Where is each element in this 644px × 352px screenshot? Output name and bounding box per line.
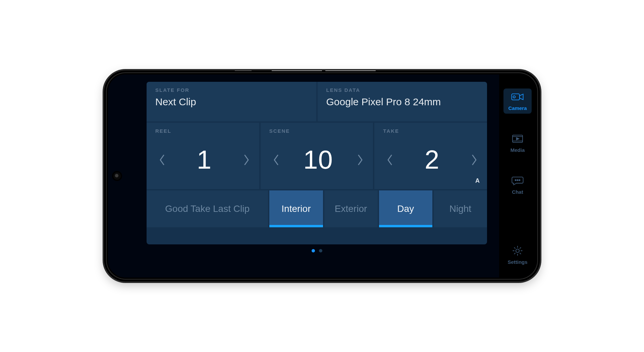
lens-data-cell[interactable]: LENS DATA Google Pixel Pro 8 24mm (318, 82, 487, 121)
svg-point-6 (516, 249, 519, 252)
reel-decrement[interactable] (155, 153, 169, 167)
chevron-left-icon (158, 153, 166, 167)
sidebar-label-settings: Settings (507, 259, 527, 265)
chevron-right-icon (470, 153, 478, 167)
night-button[interactable]: Night (434, 190, 487, 227)
take-value: 2 (425, 144, 439, 175)
exterior-button[interactable]: Exterior (324, 190, 378, 227)
take-cell: TAKE 2 A (374, 123, 487, 189)
good-take-button[interactable]: Good Take Last Clip (147, 190, 268, 227)
scene-decrement[interactable] (269, 153, 283, 167)
take-increment[interactable] (468, 153, 481, 167)
svg-point-4 (517, 180, 518, 181)
interior-button[interactable]: Interior (269, 190, 323, 227)
take-decrement[interactable] (383, 153, 396, 167)
phone-volume-down (325, 70, 376, 71)
slate-for-label: SLATE FOR (155, 87, 308, 93)
reel-label: REEL (155, 128, 253, 134)
reel-increment[interactable] (240, 153, 253, 167)
sidebar-item-media[interactable]: Media (503, 130, 532, 156)
media-icon (511, 133, 524, 144)
page-dot-1[interactable] (312, 249, 315, 252)
screen: SLATE FOR Next Clip LENS DATA Google Pix… (108, 74, 536, 278)
scene-value: 10 (303, 144, 333, 175)
sidebar-item-camera[interactable]: Camera (503, 89, 532, 114)
chat-icon (511, 175, 524, 186)
page-indicator (147, 244, 487, 252)
svg-point-3 (515, 180, 516, 181)
scene-cell: SCENE 10 (261, 123, 373, 189)
sidebar-label-chat: Chat (512, 189, 523, 195)
sidebar-label-media: Media (511, 147, 525, 153)
slate-for-cell[interactable]: SLATE FOR Next Clip (147, 82, 316, 121)
day-button[interactable]: Day (379, 190, 432, 227)
svg-point-1 (513, 96, 516, 98)
slate-for-value: Next Clip (155, 96, 308, 108)
svg-point-5 (519, 180, 520, 181)
sidebar: Camera Media (499, 74, 536, 278)
lens-data-label: LENS DATA (326, 87, 479, 93)
take-label: TAKE (383, 128, 481, 134)
sidebar-item-chat[interactable]: Chat (503, 172, 532, 197)
reel-value: 1 (197, 144, 212, 175)
sidebar-label-camera: Camera (508, 105, 527, 111)
page-dot-2[interactable] (319, 249, 322, 252)
reel-cell: REEL 1 (147, 123, 259, 189)
chevron-right-icon (243, 153, 251, 167)
chevron-left-icon (386, 153, 394, 167)
scene-label: SCENE (269, 128, 367, 134)
phone-volume-up (272, 70, 322, 71)
scene-increment[interactable] (354, 153, 367, 167)
chevron-left-icon (272, 153, 280, 167)
sidebar-item-settings[interactable]: Settings (503, 242, 532, 268)
phone-frame: SLATE FOR Next Clip LENS DATA Google Pix… (104, 70, 540, 282)
take-sub: A (475, 177, 480, 184)
gear-icon (511, 245, 524, 256)
chevron-right-icon (356, 153, 364, 167)
phone-power-button (235, 70, 252, 71)
slate-panel: SLATE FOR Next Clip LENS DATA Google Pix… (108, 74, 499, 278)
camera-icon (511, 91, 524, 103)
lens-data-value: Google Pixel Pro 8 24mm (326, 96, 479, 108)
front-camera (113, 172, 121, 180)
